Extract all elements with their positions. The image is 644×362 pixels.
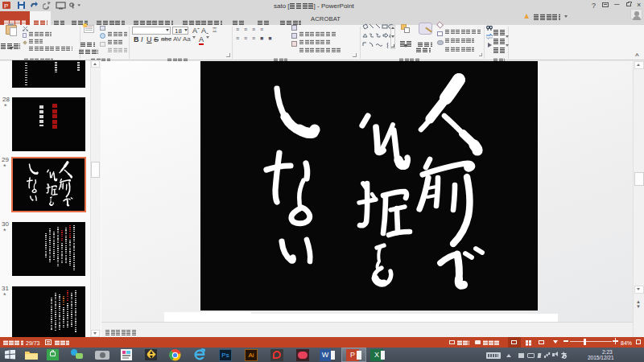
svg-text:P: P <box>4 2 8 10</box>
